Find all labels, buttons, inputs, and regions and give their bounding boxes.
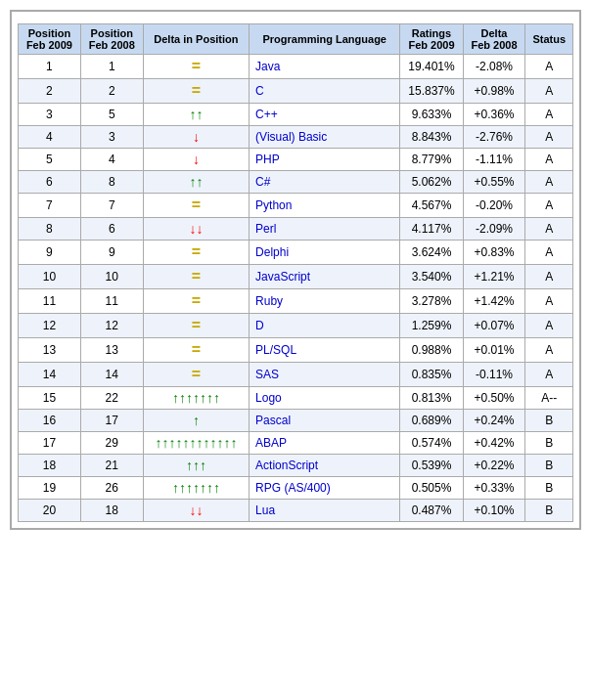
cell-rating: 3.540% [400,265,463,289]
cell-pos08: 21 [80,455,143,477]
cell-delta: = [143,265,249,289]
cell-pos08: 17 [80,410,143,432]
cell-pos08: 3 [80,126,143,149]
cell-delta: = [143,314,249,338]
cell-delta08: +0.36% [463,104,525,126]
cell-pos09: 8 [19,218,81,241]
cell-lang: RPG (AS/400) [250,477,400,500]
cell-status: A [525,194,573,218]
arrow-up-12-icon: ↑↑↑↑↑↑↑↑↑↑↑↑ [155,435,237,451]
cell-rating: 8.779% [400,149,463,171]
cell-status: A-- [525,387,573,410]
cell-delta08: +0.83% [463,241,525,265]
arrow-down-2-icon: ↓↓ [189,221,203,237]
cell-rating: 19.401% [400,55,463,79]
arrow-up-7-icon: ↑↑↑↑↑↑↑ [172,480,220,496]
cell-delta: ↑↑↑↑↑↑↑ [143,477,249,500]
cell-delta08: +0.50% [463,387,525,410]
cell-lang: Python [250,194,400,218]
main-container: PositionFeb 2009 PositionFeb 2008 Delta … [10,10,581,530]
equals-icon: = [192,82,201,99]
cell-pos09: 7 [19,194,81,218]
cell-delta: ↑↑↑↑↑↑↑ [143,387,249,410]
cell-lang: C# [250,171,400,194]
col-rating: RatingsFeb 2009 [400,24,463,55]
cell-delta08: -2.09% [463,218,525,241]
table-row: 5 4 ↓ PHP 8.779% -1.11% A [19,149,573,171]
cell-rating: 9.633% [400,104,463,126]
cell-pos09: 5 [19,149,81,171]
cell-rating: 1.259% [400,314,463,338]
col-pos08: PositionFeb 2008 [80,24,143,55]
cell-pos08: 7 [80,194,143,218]
cell-delta08: +0.07% [463,314,525,338]
cell-pos09: 4 [19,126,81,149]
cell-pos09: 12 [19,314,81,338]
cell-delta08: +0.33% [463,477,525,500]
cell-pos09: 20 [19,500,81,522]
cell-rating: 0.539% [400,455,463,477]
cell-lang: (Visual) Basic [250,126,400,149]
arrow-up-3-icon: ↑↑↑ [186,458,206,473]
cell-status: A [525,104,573,126]
cell-pos09: 14 [19,363,81,387]
cell-delta: = [143,79,249,104]
cell-pos08: 5 [80,104,143,126]
cell-rating: 0.988% [400,338,463,363]
table-row: 4 3 ↓ (Visual) Basic 8.843% -2.76% A [19,126,573,149]
cell-status: B [525,455,573,477]
cell-lang: D [250,314,400,338]
cell-lang: SAS [250,363,400,387]
cell-lang: Ruby [250,289,400,314]
cell-delta08: +1.21% [463,265,525,289]
cell-lang: ActionScript [250,455,400,477]
cell-delta08: -2.08% [463,55,525,79]
cell-pos09: 6 [19,171,81,194]
cell-status: A [525,289,573,314]
cell-lang: Lua [250,500,400,522]
cell-status: A [525,171,573,194]
cell-pos08: 29 [80,432,143,455]
cell-delta08: +0.55% [463,171,525,194]
cell-lang: Pascal [250,410,400,432]
cell-lang: PL/SQL [250,338,400,363]
cell-pos08: 18 [80,500,143,522]
cell-lang: JavaScript [250,265,400,289]
cell-rating: 3.624% [400,241,463,265]
table-row: 20 18 ↓↓ Lua 0.487% +0.10% B [19,500,573,522]
cell-pos08: 9 [80,241,143,265]
cell-pos08: 26 [80,477,143,500]
cell-delta: = [143,194,249,218]
cell-status: B [525,432,573,455]
table-row: 16 17 ↑ Pascal 0.689% +0.24% B [19,410,573,432]
arrow-down-1-icon: ↓ [193,129,200,145]
equals-icon: = [192,317,201,333]
cell-pos08: 1 [80,55,143,79]
cell-status: A [525,126,573,149]
cell-pos09: 17 [19,432,81,455]
cell-delta08: +0.10% [463,500,525,522]
table-row: 13 13 = PL/SQL 0.988% +0.01% A [19,338,573,363]
cell-status: A [525,55,573,79]
col-pos09: PositionFeb 2009 [19,24,81,55]
cell-pos08: 11 [80,289,143,314]
cell-status: A [525,241,573,265]
cell-pos09: 9 [19,241,81,265]
cell-status: B [525,500,573,522]
arrow-up-1-icon: ↑ [193,413,200,428]
cell-delta: = [143,338,249,363]
cell-rating: 0.505% [400,477,463,500]
col-lang: Programming Language [250,24,400,55]
cell-pos08: 12 [80,314,143,338]
cell-delta: ↓ [143,149,249,171]
cell-delta08: +0.24% [463,410,525,432]
cell-pos09: 10 [19,265,81,289]
cell-pos09: 16 [19,410,81,432]
cell-delta08: -2.76% [463,126,525,149]
cell-lang: PHP [250,149,400,171]
cell-status: A [525,338,573,363]
cell-status: A [525,363,573,387]
table-row: 8 6 ↓↓ Perl 4.117% -2.09% A [19,218,573,241]
cell-pos09: 15 [19,387,81,410]
cell-lang: Perl [250,218,400,241]
